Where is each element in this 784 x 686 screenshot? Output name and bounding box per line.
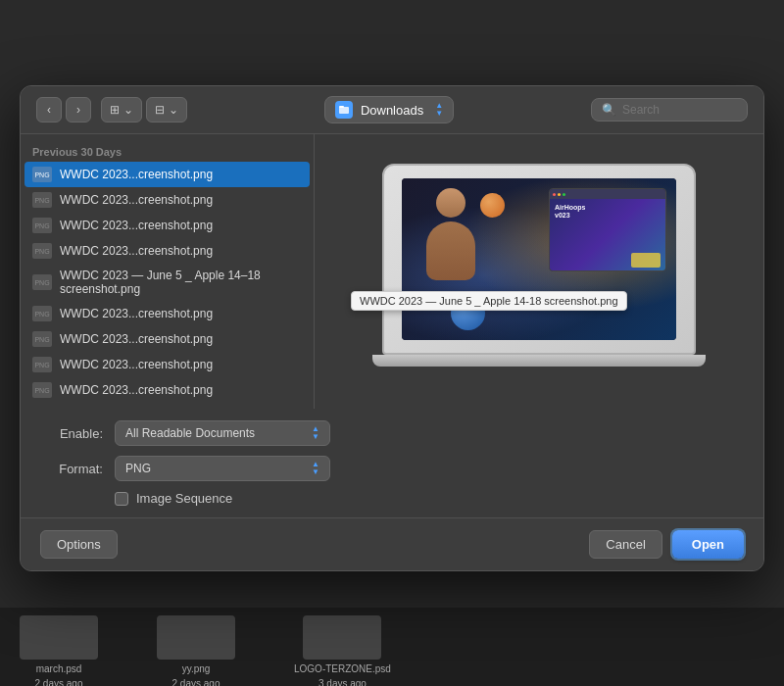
file-icon: PNG <box>32 382 52 398</box>
macbook-base <box>372 355 706 367</box>
file-icon: PNG <box>32 306 52 321</box>
list-item[interactable]: PNG WWDC 2023 — June 5 _ Apple 14–18 scr… <box>21 264 314 301</box>
preview-area: AirHoopsv023 <box>315 134 763 409</box>
file-icon: PNG <box>32 218 52 233</box>
svg-rect-0 <box>339 107 349 114</box>
screen-content: AirHoopsv023 <box>402 178 676 340</box>
format-stepper-icon: ▲ ▼ <box>312 461 319 476</box>
file-name: WWDC 2023...creenshot.png <box>60 358 213 371</box>
open-button[interactable]: Open <box>672 530 744 559</box>
app-content: AirHoopsv023 <box>550 199 665 271</box>
file-name: WWDC 2023...creenshot.png <box>60 307 213 320</box>
format-select[interactable]: PNG ▲ ▼ <box>115 456 330 481</box>
svg-rect-1 <box>339 106 344 108</box>
file-list-sidebar: Previous 30 Days PNG WWDC 2023...creensh… <box>21 134 315 409</box>
nav-buttons: ‹ › <box>36 97 91 122</box>
minimize-dot <box>558 193 561 196</box>
format-row: Format: PNG ▲ ▼ <box>44 456 740 481</box>
location-button[interactable]: Downloads ▲ ▼ <box>324 96 454 123</box>
column-view-button[interactable]: ⊞ ⌄ <box>101 97 142 122</box>
content-area: Previous 30 Days PNG WWDC 2023...creensh… <box>21 134 763 409</box>
app-window: AirHoopsv023 <box>549 188 666 271</box>
app-titlebar <box>550 189 665 199</box>
file-name: WWDC 2023...creenshot.png <box>60 332 213 346</box>
list-item[interactable]: PNG WWDC 2023...creenshot.png <box>21 213 314 238</box>
forward-button[interactable]: › <box>66 97 91 122</box>
options-button[interactable]: Options <box>40 530 118 559</box>
section-header: Previous 30 Days <box>21 142 314 162</box>
grid-view-icon: ⊟ <box>155 103 165 117</box>
back-button[interactable]: ‹ <box>36 97 62 122</box>
file-icon: PNG <box>32 192 52 208</box>
list-item[interactable]: PNG WWDC 2023...creenshot.png <box>21 377 314 403</box>
list-item[interactable]: PNG WWDC 2023...creenshot.png <box>21 301 314 326</box>
downloads-folder-icon <box>335 101 353 119</box>
enable-row: Enable: All Readable Documents ▲ ▼ <box>44 420 740 446</box>
image-sequence-row: Image Sequence <box>44 491 740 506</box>
grid-view-button[interactable]: ⊟ ⌄ <box>146 97 187 122</box>
format-value: PNG <box>125 462 304 475</box>
image-sequence-checkbox[interactable] <box>115 492 128 506</box>
file-icon: PNG <box>32 331 52 347</box>
search-bar[interactable]: 🔍 <box>591 98 748 122</box>
app-decoration <box>631 253 661 268</box>
macbook-preview: AirHoopsv023 <box>372 164 706 379</box>
list-item[interactable]: PNG WWDC 2023...creenshot.png <box>21 352 314 377</box>
enable-label: Enable: <box>44 426 103 441</box>
file-icon: PNG <box>32 357 52 372</box>
list-item[interactable]: PNG WWDC 2023...creenshot.png <box>21 187 314 213</box>
list-item[interactable]: PNG WWDC 2023...creenshot.png <box>24 162 310 187</box>
search-input[interactable] <box>622 103 737 117</box>
search-icon: 🔍 <box>602 103 616 117</box>
dialog-overlay: ‹ › ⊞ ⌄ ⊟ ⌄ <box>0 0 784 686</box>
options-bar: Enable: All Readable Documents ▲ ▼ Forma… <box>21 409 763 518</box>
grid-view-chevron-icon: ⌄ <box>169 103 178 117</box>
file-name: WWDC 2023 — June 5 _ Apple 14–18 screens… <box>60 269 302 296</box>
list-item[interactable]: PNG WWDC 2023...creenshot.png <box>21 326 314 352</box>
file-name: WWDC 2023...creenshot.png <box>60 193 213 207</box>
person-figure <box>421 188 480 276</box>
location-label: Downloads <box>361 103 423 118</box>
list-item[interactable]: PNG WWDC 2023...creenshot.png <box>21 238 314 264</box>
macbook-body: AirHoopsv023 <box>382 164 696 355</box>
file-name: WWDC 2023...creenshot.png <box>60 219 213 232</box>
dialog-toolbar: ‹ › ⊞ ⌄ ⊟ ⌄ <box>21 86 763 134</box>
file-name: WWDC 2023...creenshot.png <box>60 383 213 397</box>
macbook-screen: AirHoopsv023 <box>402 178 676 340</box>
filename-tooltip: WWDC 2023 — June 5 _ Apple 14-18 screens… <box>351 291 627 311</box>
cancel-button[interactable]: Cancel <box>589 530 662 559</box>
action-buttons: Cancel Open <box>589 530 744 559</box>
file-name: WWDC 2023...creenshot.png <box>60 168 213 181</box>
view-buttons: ⊞ ⌄ ⊟ ⌄ <box>101 97 187 122</box>
open-file-dialog: ‹ › ⊞ ⌄ ⊟ ⌄ <box>20 85 764 571</box>
file-icon: PNG <box>32 167 52 182</box>
app-text: AirHoopsv023 <box>555 204 586 220</box>
location-bar: Downloads ▲ ▼ <box>197 96 581 123</box>
file-icon: PNG <box>32 274 52 290</box>
file-icon: PNG <box>32 243 52 259</box>
image-sequence-label: Image Sequence <box>136 491 232 506</box>
enable-select[interactable]: All Readable Documents ▲ ▼ <box>115 420 330 446</box>
expand-dot <box>563 193 565 196</box>
file-name: WWDC 2023...creenshot.png <box>60 244 213 258</box>
column-view-chevron-icon: ⌄ <box>123 103 133 117</box>
enable-stepper-icon: ▲ ▼ <box>312 425 319 441</box>
enable-value: All Readable Documents <box>125 426 304 440</box>
location-stepper-icon: ▲ ▼ <box>435 102 443 118</box>
ball-decoration-2 <box>480 193 505 218</box>
close-dot <box>553 193 556 196</box>
format-label: Format: <box>44 462 103 476</box>
column-view-icon: ⊞ <box>110 103 120 117</box>
bottom-bar: Options Cancel Open <box>21 518 763 570</box>
